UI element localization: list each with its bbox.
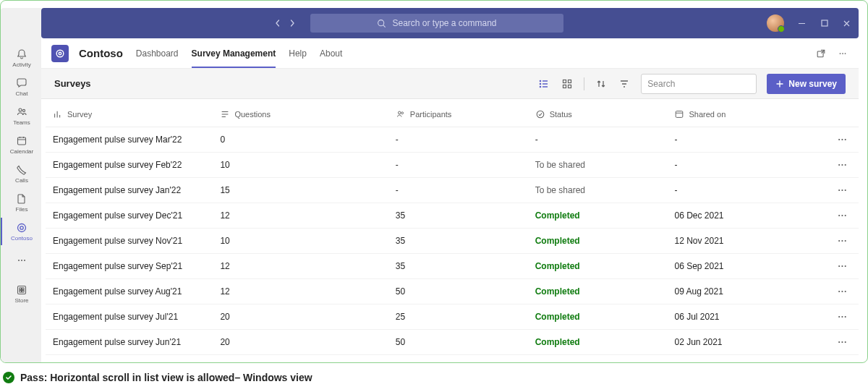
more-icon bbox=[15, 254, 28, 267]
close-icon[interactable] bbox=[842, 19, 851, 28]
sub-bar: Surveys Search New survey bbox=[41, 69, 859, 99]
rail-files[interactable]: Files bbox=[1, 189, 41, 216]
nav-arrows bbox=[273, 18, 297, 28]
svg-point-15 bbox=[56, 50, 64, 57]
teams-left-rail: Activity Chat Teams Calendar Calls Files… bbox=[1, 8, 41, 362]
search-icon bbox=[377, 19, 386, 28]
minimize-icon[interactable] bbox=[797, 19, 807, 28]
cell-survey: Engagement pulse survey Nov'21 bbox=[46, 229, 213, 254]
list-view-icon[interactable] bbox=[537, 77, 550, 90]
cell-shared-on: 02 Jun 2021 bbox=[667, 330, 826, 355]
rail-teams[interactable]: Teams bbox=[1, 102, 41, 129]
svg-rect-26 bbox=[563, 85, 566, 88]
bell-icon bbox=[15, 48, 28, 61]
search-input[interactable]: Search bbox=[641, 74, 757, 94]
col-survey[interactable]: Survey bbox=[46, 99, 213, 127]
row-more-icon[interactable]: ··· bbox=[827, 229, 859, 254]
table-row[interactable]: Engagement pulse survey Sep'211235Comple… bbox=[46, 254, 859, 279]
forward-icon[interactable] bbox=[287, 18, 297, 28]
cell-status: Completed bbox=[528, 254, 668, 279]
cell-participants: 25 bbox=[388, 304, 528, 330]
table-row[interactable]: Engagement pulse survey Nov'211035Comple… bbox=[46, 229, 859, 254]
maximize-icon[interactable] bbox=[820, 19, 829, 28]
row-more-icon[interactable]: ··· bbox=[827, 279, 859, 304]
svg-point-30 bbox=[537, 111, 544, 118]
svg-point-3 bbox=[22, 109, 25, 111]
table-row[interactable]: Engagement pulse survey Jan'2215-To be s… bbox=[46, 178, 859, 203]
tab-dashboard[interactable]: Dashboard bbox=[136, 39, 179, 68]
command-search[interactable]: Search or type a command bbox=[310, 14, 563, 33]
cell-status: Completed bbox=[528, 203, 668, 229]
table-row[interactable]: Engagement pulse survey Jun'212050Comple… bbox=[46, 330, 859, 355]
col-shared-on[interactable]: Shared on bbox=[667, 99, 826, 127]
row-more-icon[interactable]: ··· bbox=[827, 304, 859, 330]
cell-status: - bbox=[528, 127, 668, 153]
table-row[interactable]: Engagement pulse survey Feb'2210-To be s… bbox=[46, 153, 859, 178]
row-more-icon[interactable]: ··· bbox=[827, 178, 859, 203]
date-icon bbox=[674, 109, 684, 119]
row-more-icon[interactable]: ··· bbox=[827, 153, 859, 178]
col-questions[interactable]: Questions bbox=[213, 99, 388, 127]
rail-label: Files bbox=[16, 206, 28, 213]
cell-shared-on: 12 Nov 2021 bbox=[667, 229, 826, 254]
rail-store[interactable]: Store bbox=[1, 280, 41, 307]
svg-rect-1 bbox=[822, 20, 827, 26]
rail-more[interactable] bbox=[1, 247, 41, 274]
app-name: Contoso bbox=[79, 47, 123, 59]
row-more-icon[interactable]: ··· bbox=[827, 330, 859, 355]
svg-rect-13 bbox=[20, 291, 22, 293]
table-row[interactable]: Engagement pulse survey Aug'211250Comple… bbox=[46, 279, 859, 304]
cell-questions: 12 bbox=[213, 279, 388, 304]
svg-rect-24 bbox=[563, 80, 566, 82]
plus-icon bbox=[775, 80, 784, 88]
rail-chat[interactable]: Chat bbox=[1, 73, 41, 101]
grid-view-icon[interactable] bbox=[561, 77, 574, 90]
rail-calls[interactable]: Calls bbox=[1, 160, 41, 187]
cell-questions: 15 bbox=[213, 178, 388, 203]
sort-icon[interactable] bbox=[595, 77, 608, 90]
rail-activity[interactable]: Activity bbox=[1, 44, 41, 72]
app-more-icon[interactable] bbox=[837, 48, 848, 59]
svg-rect-27 bbox=[569, 85, 571, 88]
rail-calendar[interactable]: Calendar bbox=[1, 131, 41, 158]
col-participants[interactable]: Participants bbox=[388, 99, 528, 127]
file-icon bbox=[15, 192, 28, 205]
svg-point-2 bbox=[19, 108, 22, 111]
command-search-placeholder: Search or type a command bbox=[392, 18, 496, 28]
cell-participants: 50 bbox=[388, 279, 528, 304]
rail-contoso[interactable]: Contoso bbox=[1, 218, 41, 245]
col-status[interactable]: Status bbox=[528, 99, 668, 127]
store-icon bbox=[15, 284, 28, 297]
popout-icon[interactable] bbox=[815, 48, 827, 59]
cell-questions: 0 bbox=[213, 127, 388, 153]
new-survey-button[interactable]: New survey bbox=[767, 74, 846, 94]
rail-label: Chat bbox=[16, 90, 28, 97]
svg-rect-4 bbox=[18, 137, 26, 145]
table-row[interactable]: Engagement pulse survey Dec'211235Comple… bbox=[46, 203, 859, 229]
back-icon[interactable] bbox=[273, 18, 283, 28]
row-more-icon[interactable]: ··· bbox=[827, 203, 859, 229]
app-host: Contoso Dashboard Survey Management Help… bbox=[41, 38, 859, 362]
cell-shared-on: 06 Jul 2021 bbox=[667, 304, 826, 330]
svg-point-18 bbox=[840, 53, 841, 54]
filter-icon[interactable] bbox=[618, 77, 631, 90]
rail-label: Contoso bbox=[11, 235, 33, 242]
table-row[interactable]: Engagement pulse survey Mar'220---··· bbox=[46, 127, 859, 153]
cell-shared-on: - bbox=[667, 153, 826, 178]
table-row[interactable]: Engagement pulse survey Jul'212025Comple… bbox=[46, 304, 859, 330]
tab-survey-management[interactable]: Survey Management bbox=[192, 39, 276, 68]
avatar[interactable] bbox=[767, 14, 784, 32]
app-logo-icon bbox=[51, 45, 69, 62]
cell-questions: 20 bbox=[213, 304, 388, 330]
new-survey-label: New survey bbox=[788, 79, 837, 89]
row-more-icon[interactable]: ··· bbox=[827, 127, 859, 153]
tab-about[interactable]: About bbox=[320, 39, 342, 68]
contoso-app-icon bbox=[15, 221, 28, 234]
svg-rect-25 bbox=[569, 80, 571, 82]
people-icon bbox=[15, 106, 28, 119]
cell-shared-on: 09 Aug 2021 bbox=[667, 279, 826, 304]
tab-help[interactable]: Help bbox=[289, 39, 307, 68]
app-header: Contoso Dashboard Survey Management Help… bbox=[41, 38, 859, 69]
row-more-icon[interactable]: ··· bbox=[827, 254, 859, 279]
svg-point-22 bbox=[540, 83, 541, 84]
